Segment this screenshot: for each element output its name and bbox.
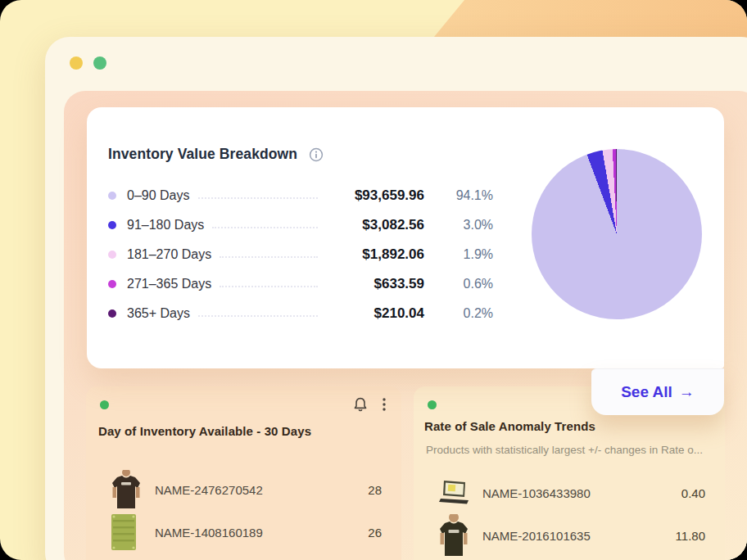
legend-value: $210.04 [326, 305, 424, 322]
see-all-label: See All [621, 383, 672, 401]
card-subtitle: Products with statistically largest +/- … [426, 444, 714, 456]
kebab-menu-icon[interactable] [382, 396, 387, 413]
laptop-photo [438, 478, 478, 508]
legend-value: $1,892.06 [326, 246, 424, 263]
tshirt-dark-photo [111, 470, 150, 509]
card-title: Day of Inventory Available - 30 Days [98, 424, 311, 438]
legend-label: 181–270 Days [127, 247, 211, 262]
legend-dot [108, 192, 116, 200]
product-value: 28 [368, 483, 382, 497]
dotted-leader [220, 256, 318, 258]
legend-percent: 0.2% [424, 306, 493, 321]
page-title: Inventory Value Breakdown [108, 146, 297, 163]
see-all-button[interactable]: See All → [591, 368, 724, 415]
window-control-yellow[interactable] [70, 56, 83, 70]
product-value: 11.80 [676, 529, 705, 543]
window-control-green[interactable] [93, 56, 106, 70]
grass-mat-photo [111, 513, 150, 551]
bell-icon[interactable] [352, 396, 369, 413]
legend-row: 181–270 Days $1,892.06 1.9% [108, 240, 493, 269]
product-row[interactable]: NAME-2016101635 11.80 [414, 514, 725, 557]
product-row[interactable]: NAME-2476270542 28 [86, 468, 401, 511]
dotted-leader [198, 315, 318, 317]
legend-percent: 94.1% [424, 188, 493, 203]
tshirt-olive-photo [438, 514, 478, 557]
legend-row: 0–90 Days $93,659.96 94.1% [108, 181, 493, 210]
product-value: 0.40 [681, 486, 705, 500]
product-name: NAME-2016101635 [482, 529, 676, 543]
inventory-pie-chart [532, 149, 702, 319]
card-days-of-inventory: Day of Inventory Available - 30 Days NAM… [86, 386, 401, 560]
status-dot [428, 400, 437, 409]
arrow-right-icon: → [679, 383, 695, 401]
dotted-leader [212, 227, 318, 228]
legend-dot [108, 280, 116, 288]
dotted-leader [220, 286, 318, 287]
product-name: NAME-1036433980 [482, 486, 681, 500]
legend-value: $3,082.56 [326, 217, 424, 233]
legend-dot [108, 221, 116, 229]
inventory-value-breakdown-card: Inventory Value Breakdown 0–90 Days $93,… [87, 107, 724, 368]
legend-row: 271–365 Days $633.59 0.6% [108, 269, 493, 299]
legend-label: 271–365 Days [127, 277, 211, 291]
legend-value: $633.59 [326, 276, 424, 292]
product-name: NAME-2476270542 [155, 483, 368, 497]
product-row[interactable]: NAME-1036433980 0.40 [414, 472, 725, 514]
legend-row: 365+ Days $210.04 0.2% [108, 299, 493, 328]
info-icon[interactable] [309, 147, 324, 162]
dotted-leader [198, 197, 319, 199]
product-row[interactable]: NAME-1408160189 26 [86, 511, 401, 553]
legend-label: 0–90 Days [127, 188, 190, 203]
app-screenshot: Day of Inventory Available - 30 Days NAM… [0, 0, 747, 560]
legend-value: $93,659.96 [326, 187, 424, 204]
status-dot [100, 400, 109, 409]
legend-label: 91–180 Days [127, 218, 204, 233]
product-name: NAME-1408160189 [155, 526, 368, 540]
product-value: 26 [368, 526, 382, 540]
legend-percent: 3.0% [424, 218, 493, 233]
legend-dot [108, 309, 116, 318]
legend-label: 365+ Days [127, 306, 190, 321]
card-title: Rate of Sale Anomaly Trends [424, 419, 595, 433]
breakdown-legend: 0–90 Days $93,659.96 94.1% 91–180 Days $… [108, 181, 493, 328]
legend-percent: 1.9% [424, 247, 493, 262]
legend-percent: 0.6% [424, 277, 493, 291]
legend-dot [108, 251, 116, 259]
legend-row: 91–180 Days $3,082.56 3.0% [108, 210, 493, 240]
